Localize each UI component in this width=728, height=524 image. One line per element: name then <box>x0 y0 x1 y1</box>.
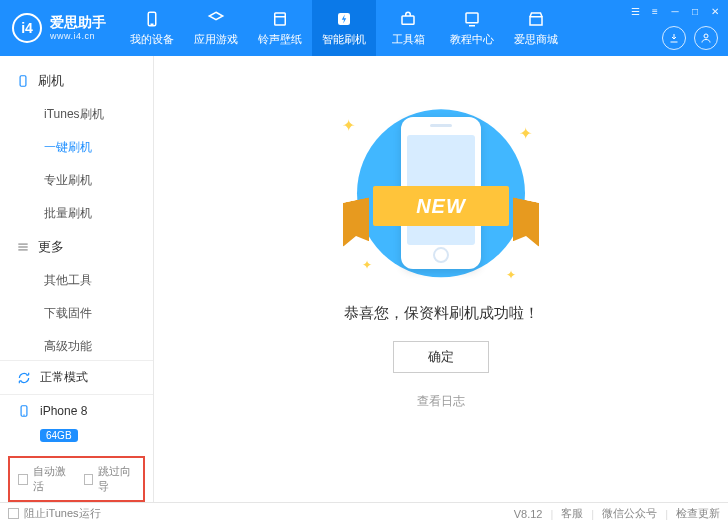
nav-my-device[interactable]: 我的设备 <box>120 0 184 56</box>
ringtone-icon <box>270 9 290 29</box>
sidebar-group-flash[interactable]: 刷机 <box>0 64 153 98</box>
mode-row[interactable]: 正常模式 <box>0 360 153 394</box>
capacity-badge: 64GB <box>40 429 78 442</box>
svg-rect-9 <box>20 76 26 87</box>
device-icon <box>142 9 162 29</box>
app-name: 爱思助手 <box>50 14 106 31</box>
toolbox-icon <box>398 9 418 29</box>
flash-icon <box>334 9 354 29</box>
check-update-link[interactable]: 检查更新 <box>676 506 720 521</box>
sidebar: 刷机 iTunes刷机 一键刷机 专业刷机 批量刷机 更多 其他工具 下载固件 … <box>0 56 154 502</box>
version-label: V8.12 <box>514 508 543 520</box>
device-row[interactable]: iPhone 8 64GB <box>0 394 153 450</box>
maximize-icon[interactable]: □ <box>688 4 702 18</box>
sidebar-item-batch-flash[interactable]: 批量刷机 <box>0 197 153 230</box>
success-illustration: NEW ✦ ✦ ✦ ✦ <box>326 90 556 290</box>
sidebar-group-title: 刷机 <box>38 72 64 90</box>
sparkle-icon: ✦ <box>362 258 372 272</box>
store-icon <box>526 9 546 29</box>
nav-ringtone[interactable]: 铃声壁纸 <box>248 0 312 56</box>
sidebar-item-download-fw[interactable]: 下载固件 <box>0 297 153 330</box>
sidebar-item-itunes-flash[interactable]: iTunes刷机 <box>0 98 153 131</box>
nav-label: 智能刷机 <box>322 32 366 47</box>
svg-rect-2 <box>275 13 286 25</box>
device-name: iPhone 8 <box>40 404 87 418</box>
support-link[interactable]: 客服 <box>561 506 583 521</box>
nav-label: 爱思商城 <box>514 32 558 47</box>
main-content: NEW ✦ ✦ ✦ ✦ 恭喜您，保资料刷机成功啦！ 确定 查看日志 <box>154 56 728 502</box>
nav-apps[interactable]: 应用游戏 <box>184 0 248 56</box>
auto-activate-checkbox[interactable]: 自动激活 <box>18 464 70 494</box>
close-icon[interactable]: ✕ <box>708 4 722 18</box>
nav-label: 教程中心 <box>450 32 494 47</box>
sidebar-group-more[interactable]: 更多 <box>0 230 153 264</box>
mode-label: 正常模式 <box>40 369 88 386</box>
title-bar: i4 爱思助手 www.i4.cn 我的设备 应用游戏 铃声壁纸 智能刷机 工具… <box>0 0 728 56</box>
svg-rect-6 <box>466 13 478 23</box>
block-itunes-checkbox[interactable]: 阻止iTunes运行 <box>8 506 101 521</box>
svg-rect-5 <box>402 16 414 24</box>
minimize-icon[interactable]: ─ <box>668 4 682 18</box>
svg-point-8 <box>704 34 708 38</box>
phone-outline-icon <box>16 74 30 88</box>
nav-tutorial[interactable]: 教程中心 <box>440 0 504 56</box>
apps-icon <box>206 9 226 29</box>
list-icon <box>16 240 30 254</box>
nav-toolbox[interactable]: 工具箱 <box>376 0 440 56</box>
window-controls: ☰ ≡ ─ □ ✕ <box>628 4 722 18</box>
sidebar-group-title: 更多 <box>38 238 64 256</box>
view-log-link[interactable]: 查看日志 <box>417 393 465 410</box>
sparkle-icon: ✦ <box>506 268 516 282</box>
sparkle-icon: ✦ <box>342 116 355 135</box>
main-nav: 我的设备 应用游戏 铃声壁纸 智能刷机 工具箱 教程中心 爱思商城 <box>120 0 568 56</box>
new-ribbon: NEW <box>373 186 509 226</box>
sidebar-item-oneclick-flash[interactable]: 一键刷机 <box>0 131 153 164</box>
sidebar-item-advanced[interactable]: 高级功能 <box>0 330 153 360</box>
nav-flash[interactable]: 智能刷机 <box>312 0 376 56</box>
sparkle-icon: ✦ <box>519 124 532 143</box>
skin-icon[interactable]: ☰ <box>628 4 642 18</box>
nav-label: 铃声壁纸 <box>258 32 302 47</box>
logo-icon: i4 <box>12 13 42 43</box>
app-url: www.i4.cn <box>50 31 106 42</box>
download-icon[interactable] <box>662 26 686 50</box>
skip-wizard-checkbox[interactable]: 跳过向导 <box>84 464 136 494</box>
phone-icon <box>16 403 32 419</box>
menu-icon[interactable]: ≡ <box>648 4 662 18</box>
nav-label: 应用游戏 <box>194 32 238 47</box>
nav-store[interactable]: 爱思商城 <box>504 0 568 56</box>
sidebar-item-pro-flash[interactable]: 专业刷机 <box>0 164 153 197</box>
status-bar: 阻止iTunes运行 V8.12 | 客服 | 微信公众号 | 检查更新 <box>0 502 728 524</box>
success-message: 恭喜您，保资料刷机成功啦！ <box>344 304 539 323</box>
wechat-link[interactable]: 微信公众号 <box>602 506 657 521</box>
highlighted-options: 自动激活 跳过向导 <box>8 456 145 502</box>
user-icon[interactable] <box>694 26 718 50</box>
refresh-icon <box>16 370 32 386</box>
ok-button[interactable]: 确定 <box>393 341 489 373</box>
nav-label: 我的设备 <box>130 32 174 47</box>
nav-label: 工具箱 <box>392 32 425 47</box>
tutorial-icon <box>462 9 482 29</box>
sidebar-item-other-tools[interactable]: 其他工具 <box>0 264 153 297</box>
logo-area: i4 爱思助手 www.i4.cn <box>0 13 120 43</box>
